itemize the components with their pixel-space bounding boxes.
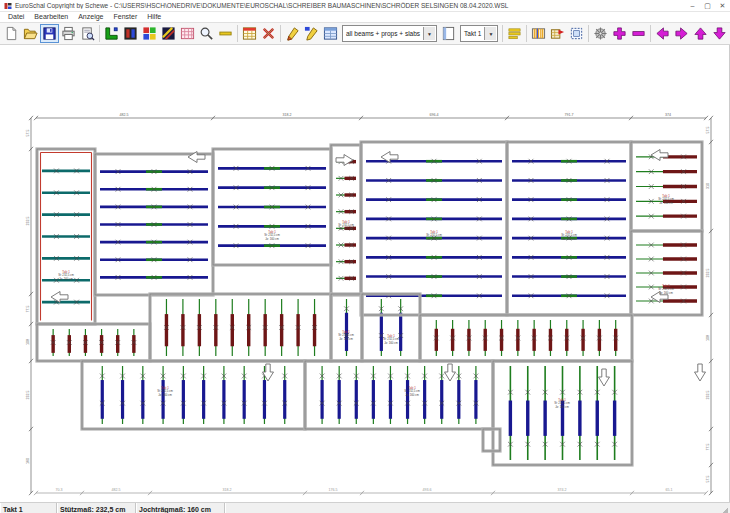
view-filter-value: all beams + props + slabs xyxy=(343,30,423,37)
svg-text:77.5: 77.5 xyxy=(706,444,710,451)
svg-text:108: 108 xyxy=(706,335,710,341)
svg-text:Jo: 160 cm: Jo: 160 cm xyxy=(339,337,353,341)
resize-grip[interactable] xyxy=(718,503,730,513)
svg-text:Jo: 160 cm: Jo: 160 cm xyxy=(384,341,398,345)
svg-text:Jo: 160 cm: Jo: 160 cm xyxy=(405,393,419,397)
toolbar: all beams + props + slabs ▼ Takt 1 ▼ xyxy=(0,23,730,45)
save-icon[interactable] xyxy=(40,24,59,43)
menu-hilfe[interactable]: Hilfe xyxy=(142,12,166,22)
maximize-button[interactable]: ▢ xyxy=(700,1,715,11)
svg-text:160: 160 xyxy=(26,458,30,464)
svg-text:57.5: 57.5 xyxy=(706,476,710,483)
toolbar-separator xyxy=(588,25,589,42)
chevron-down-icon[interactable]: ▼ xyxy=(484,27,496,40)
list-table-icon[interactable] xyxy=(321,24,340,43)
window-title: EuroSchal Copyright by Schewe - C:\USERS… xyxy=(15,2,685,9)
toolbar-separator xyxy=(650,25,651,42)
settings-wheel-icon[interactable] xyxy=(591,24,610,43)
title-bar: EuroSchal Copyright by Schewe - C:\USERS… xyxy=(0,0,730,12)
open-icon[interactable] xyxy=(21,24,40,43)
beams-icon[interactable] xyxy=(159,24,178,43)
status-bar: Takt 1 Stützmaß: 232,5 cm Jochträgmaß: 1… xyxy=(0,502,730,513)
svg-text:57.5: 57.5 xyxy=(706,127,710,134)
svg-text:108: 108 xyxy=(26,339,30,345)
svg-text:482.5: 482.5 xyxy=(120,113,129,117)
formwork-grid-icon[interactable] xyxy=(178,24,197,43)
selection-icon[interactable] xyxy=(567,24,586,43)
chevron-down-icon[interactable]: ▼ xyxy=(423,27,435,40)
minimize-button[interactable]: – xyxy=(685,1,700,11)
menu-anzeige[interactable]: Anzeige xyxy=(73,12,108,22)
toolbar-separator xyxy=(502,25,503,42)
svg-text:Jo: 160 cm: Jo: 160 cm xyxy=(659,201,673,205)
view-filter-combo[interactable]: all beams + props + slabs ▼ xyxy=(342,25,437,42)
svg-text:791.7: 791.7 xyxy=(565,113,574,117)
toolbar-separator xyxy=(280,25,281,42)
svg-text:Jo: 160 cm: Jo: 160 cm xyxy=(427,237,441,241)
zoom-out-icon[interactable] xyxy=(629,24,648,43)
toolbar-separator xyxy=(237,25,238,42)
zoom-in-icon[interactable] xyxy=(610,24,629,43)
menu-bar: Datei Bearbeiten Anzeige Fenster Hilfe xyxy=(0,12,730,23)
svg-text:493.6: 493.6 xyxy=(423,488,432,492)
floor-plan[interactable]: 482.5318.2696.4791.737470.3482.5318.2176… xyxy=(0,45,730,502)
barcode-icon[interactable] xyxy=(529,24,548,43)
svg-text:318.2: 318.2 xyxy=(283,113,292,117)
status-jochmass: Jochträgmaß: 160 cm xyxy=(136,503,225,513)
sheet-icon[interactable] xyxy=(439,24,458,43)
toolbar-separator xyxy=(99,25,100,42)
edit-blue-pencil-icon[interactable] xyxy=(302,24,321,43)
svg-text:232.5: 232.5 xyxy=(706,391,710,400)
svg-text:696.4: 696.4 xyxy=(430,113,439,117)
menu-bearbeiten[interactable]: Bearbeiten xyxy=(29,12,73,22)
move-table-icon[interactable] xyxy=(548,24,567,43)
layers-icon[interactable] xyxy=(505,24,524,43)
svg-text:65.1: 65.1 xyxy=(666,488,673,492)
pan-down-icon[interactable] xyxy=(710,24,729,43)
zoom-icon[interactable] xyxy=(197,24,216,43)
svg-text:374.2: 374.2 xyxy=(558,488,567,492)
svg-text:Jo: 160 cm: Jo: 160 cm xyxy=(265,237,279,241)
pan-up-icon[interactable] xyxy=(691,24,710,43)
measure-icon[interactable] xyxy=(216,24,235,43)
pan-right-icon[interactable] xyxy=(672,24,691,43)
props-icon[interactable] xyxy=(121,24,140,43)
menu-fenster[interactable]: Fenster xyxy=(109,12,143,22)
svg-text:Jo: 160 cm: Jo: 160 cm xyxy=(339,227,353,231)
svg-text:Jo: 160 cm: Jo: 160 cm xyxy=(59,277,73,281)
pan-left-icon[interactable] xyxy=(653,24,672,43)
svg-text:Jo: 160 cm: Jo: 160 cm xyxy=(555,405,569,409)
delete-icon[interactable] xyxy=(259,24,278,43)
table-icon[interactable] xyxy=(240,24,259,43)
status-takt: Takt 1 xyxy=(0,503,57,513)
slabs-icon[interactable] xyxy=(140,24,159,43)
svg-text:232.5: 232.5 xyxy=(26,391,30,400)
svg-text:310: 310 xyxy=(706,183,710,189)
svg-text:176.5: 176.5 xyxy=(329,488,338,492)
status-filler xyxy=(225,503,718,513)
toolbar-separator xyxy=(526,25,527,42)
svg-text:Jo: 160 cm: Jo: 160 cm xyxy=(659,291,673,295)
svg-text:318.2: 318.2 xyxy=(223,488,232,492)
walls-icon[interactable] xyxy=(102,24,121,43)
new-icon[interactable] xyxy=(2,24,21,43)
svg-text:232.5: 232.5 xyxy=(26,217,30,226)
status-stuetzmass: Stützmaß: 232,5 cm xyxy=(57,503,136,513)
print-preview-icon[interactable] xyxy=(78,24,97,43)
menu-datei[interactable]: Datei xyxy=(0,12,29,22)
svg-text:232.5: 232.5 xyxy=(706,269,710,278)
drawing-canvas[interactable]: 482.5318.2696.4791.737470.3482.5318.2176… xyxy=(0,45,730,502)
svg-text:374: 374 xyxy=(665,113,671,117)
svg-text:Jo: 160 cm: Jo: 160 cm xyxy=(562,237,576,241)
svg-text:77.5: 77.5 xyxy=(26,306,30,313)
svg-text:57.5: 57.5 xyxy=(26,130,30,137)
close-button[interactable]: ✕ xyxy=(715,1,730,11)
takt-combo[interactable]: Takt 1 ▼ xyxy=(460,25,498,42)
svg-text:70.3: 70.3 xyxy=(56,488,63,492)
svg-text:482.5: 482.5 xyxy=(112,488,121,492)
edit-red-pencil-icon[interactable] xyxy=(283,24,302,43)
takt-value: Takt 1 xyxy=(461,30,484,37)
print-icon[interactable] xyxy=(59,24,78,43)
svg-text:Jo: 160 cm: Jo: 160 cm xyxy=(158,393,172,397)
app-icon xyxy=(4,2,12,10)
